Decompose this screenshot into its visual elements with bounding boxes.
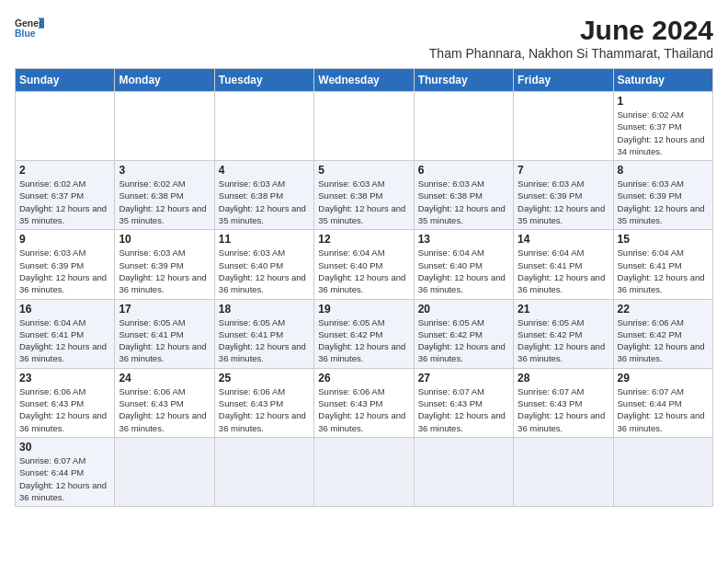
generalblue-logo-icon: General Blue bbox=[15, 15, 44, 40]
day-number: 22 bbox=[618, 303, 709, 316]
table-row: 15Sunrise: 6:04 AMSunset: 6:41 PMDayligh… bbox=[613, 230, 712, 299]
day-number: 11 bbox=[219, 233, 310, 246]
day-number: 7 bbox=[518, 164, 609, 177]
table-row: 10Sunrise: 6:03 AMSunset: 6:39 PMDayligh… bbox=[115, 230, 214, 299]
day-sun-info: Sunrise: 6:06 AMSunset: 6:43 PMDaylight:… bbox=[119, 385, 210, 434]
table-row bbox=[214, 437, 313, 506]
day-number: 8 bbox=[618, 164, 709, 177]
day-number: 18 bbox=[219, 303, 310, 316]
table-row: 24Sunrise: 6:06 AMSunset: 6:43 PMDayligh… bbox=[115, 368, 214, 437]
table-row: 28Sunrise: 6:07 AMSunset: 6:43 PMDayligh… bbox=[514, 368, 613, 437]
month-year-title: June 2024 bbox=[429, 15, 713, 46]
table-row: 27Sunrise: 6:07 AMSunset: 6:43 PMDayligh… bbox=[414, 368, 513, 437]
day-sun-info: Sunrise: 6:03 AMSunset: 6:38 PMDaylight:… bbox=[318, 178, 409, 226]
calendar-week-row: 16Sunrise: 6:04 AMSunset: 6:41 PMDayligh… bbox=[16, 299, 713, 368]
day-sun-info: Sunrise: 6:07 AMSunset: 6:43 PMDaylight:… bbox=[518, 385, 609, 434]
table-row: 5Sunrise: 6:03 AMSunset: 6:38 PMDaylight… bbox=[314, 161, 414, 230]
day-number: 17 bbox=[119, 303, 210, 316]
table-row: 17Sunrise: 6:05 AMSunset: 6:41 PMDayligh… bbox=[115, 299, 214, 368]
col-thursday: Thursday bbox=[414, 69, 513, 92]
table-row: 2Sunrise: 6:02 AMSunset: 6:37 PMDaylight… bbox=[16, 161, 115, 230]
day-number: 12 bbox=[318, 233, 409, 246]
day-sun-info: Sunrise: 6:03 AMSunset: 6:38 PMDaylight:… bbox=[418, 178, 509, 226]
calendar-header-row: Sunday Monday Tuesday Wednesday Thursday… bbox=[16, 69, 713, 92]
table-row: 16Sunrise: 6:04 AMSunset: 6:41 PMDayligh… bbox=[16, 299, 115, 368]
table-row: 9Sunrise: 6:03 AMSunset: 6:39 PMDaylight… bbox=[16, 230, 115, 299]
day-number: 9 bbox=[19, 233, 110, 246]
col-monday: Monday bbox=[115, 69, 214, 92]
day-number: 2 bbox=[19, 164, 110, 177]
table-row: 18Sunrise: 6:05 AMSunset: 6:41 PMDayligh… bbox=[214, 299, 313, 368]
table-row: 25Sunrise: 6:06 AMSunset: 6:43 PMDayligh… bbox=[214, 368, 313, 437]
title-block: June 2024 Tham Phannara, Nakhon Si Thamm… bbox=[429, 15, 713, 61]
table-row: 12Sunrise: 6:04 AMSunset: 6:40 PMDayligh… bbox=[314, 230, 414, 299]
table-row: 1Sunrise: 6:02 AMSunset: 6:37 PMDaylight… bbox=[613, 92, 712, 161]
day-number: 20 bbox=[418, 303, 509, 316]
day-sun-info: Sunrise: 6:05 AMSunset: 6:42 PMDaylight:… bbox=[318, 316, 409, 365]
day-sun-info: Sunrise: 6:05 AMSunset: 6:42 PMDaylight:… bbox=[518, 316, 609, 365]
day-sun-info: Sunrise: 6:07 AMSunset: 6:44 PMDaylight:… bbox=[19, 454, 110, 503]
calendar-week-row: 9Sunrise: 6:03 AMSunset: 6:39 PMDaylight… bbox=[16, 230, 713, 299]
day-sun-info: Sunrise: 6:03 AMSunset: 6:39 PMDaylight:… bbox=[119, 247, 210, 295]
table-row bbox=[613, 437, 712, 506]
day-number: 24 bbox=[119, 372, 210, 385]
day-number: 28 bbox=[518, 372, 609, 385]
day-sun-info: Sunrise: 6:06 AMSunset: 6:43 PMDaylight:… bbox=[219, 385, 310, 434]
table-row: 11Sunrise: 6:03 AMSunset: 6:40 PMDayligh… bbox=[214, 230, 313, 299]
day-sun-info: Sunrise: 6:06 AMSunset: 6:43 PMDaylight:… bbox=[318, 385, 409, 434]
day-number: 1 bbox=[618, 95, 709, 108]
table-row: 29Sunrise: 6:07 AMSunset: 6:44 PMDayligh… bbox=[613, 368, 712, 437]
day-number: 25 bbox=[219, 372, 310, 385]
calendar-table: Sunday Monday Tuesday Wednesday Thursday… bbox=[15, 68, 713, 507]
day-sun-info: Sunrise: 6:07 AMSunset: 6:43 PMDaylight:… bbox=[418, 385, 509, 434]
day-sun-info: Sunrise: 6:04 AMSunset: 6:41 PMDaylight:… bbox=[19, 316, 110, 365]
day-sun-info: Sunrise: 6:03 AMSunset: 6:39 PMDaylight:… bbox=[518, 178, 609, 226]
day-sun-info: Sunrise: 6:04 AMSunset: 6:40 PMDaylight:… bbox=[318, 247, 409, 295]
table-row: 20Sunrise: 6:05 AMSunset: 6:42 PMDayligh… bbox=[414, 299, 513, 368]
calendar-week-row: 30Sunrise: 6:07 AMSunset: 6:44 PMDayligh… bbox=[16, 437, 713, 506]
day-number: 14 bbox=[518, 233, 609, 246]
day-sun-info: Sunrise: 6:04 AMSunset: 6:41 PMDaylight:… bbox=[618, 247, 709, 295]
day-sun-info: Sunrise: 6:03 AMSunset: 6:39 PMDaylight:… bbox=[19, 247, 110, 295]
table-row bbox=[214, 92, 313, 161]
table-row: 21Sunrise: 6:05 AMSunset: 6:42 PMDayligh… bbox=[514, 299, 613, 368]
table-row bbox=[314, 92, 414, 161]
col-saturday: Saturday bbox=[613, 69, 712, 92]
col-wednesday: Wednesday bbox=[314, 69, 414, 92]
table-row: 30Sunrise: 6:07 AMSunset: 6:44 PMDayligh… bbox=[16, 437, 115, 506]
day-number: 23 bbox=[19, 372, 110, 385]
day-number: 16 bbox=[19, 303, 110, 316]
day-number: 30 bbox=[19, 441, 110, 454]
page-header: General Blue June 2024 Tham Phannara, Na… bbox=[15, 15, 713, 61]
table-row: 13Sunrise: 6:04 AMSunset: 6:40 PMDayligh… bbox=[414, 230, 513, 299]
day-sun-info: Sunrise: 6:04 AMSunset: 6:41 PMDaylight:… bbox=[518, 247, 609, 295]
day-sun-info: Sunrise: 6:04 AMSunset: 6:40 PMDaylight:… bbox=[418, 247, 509, 295]
table-row bbox=[16, 92, 115, 161]
day-sun-info: Sunrise: 6:02 AMSunset: 6:37 PMDaylight:… bbox=[19, 178, 110, 226]
table-row bbox=[414, 92, 513, 161]
table-row: 19Sunrise: 6:05 AMSunset: 6:42 PMDayligh… bbox=[314, 299, 414, 368]
logo: General Blue bbox=[15, 15, 44, 40]
day-number: 10 bbox=[119, 233, 210, 246]
col-tuesday: Tuesday bbox=[214, 69, 313, 92]
table-row: 3Sunrise: 6:02 AMSunset: 6:38 PMDaylight… bbox=[115, 161, 214, 230]
table-row bbox=[115, 92, 214, 161]
day-sun-info: Sunrise: 6:05 AMSunset: 6:42 PMDaylight:… bbox=[418, 316, 509, 365]
day-sun-info: Sunrise: 6:03 AMSunset: 6:39 PMDaylight:… bbox=[618, 178, 709, 226]
day-sun-info: Sunrise: 6:05 AMSunset: 6:41 PMDaylight:… bbox=[219, 316, 310, 365]
day-sun-info: Sunrise: 6:05 AMSunset: 6:41 PMDaylight:… bbox=[119, 316, 210, 365]
day-number: 27 bbox=[418, 372, 509, 385]
table-row: 26Sunrise: 6:06 AMSunset: 6:43 PMDayligh… bbox=[314, 368, 414, 437]
table-row: 14Sunrise: 6:04 AMSunset: 6:41 PMDayligh… bbox=[514, 230, 613, 299]
day-sun-info: Sunrise: 6:02 AMSunset: 6:38 PMDaylight:… bbox=[119, 178, 210, 226]
day-sun-info: Sunrise: 6:07 AMSunset: 6:44 PMDaylight:… bbox=[618, 385, 709, 434]
table-row: 22Sunrise: 6:06 AMSunset: 6:42 PMDayligh… bbox=[613, 299, 712, 368]
table-row: 7Sunrise: 6:03 AMSunset: 6:39 PMDaylight… bbox=[514, 161, 613, 230]
day-sun-info: Sunrise: 6:03 AMSunset: 6:38 PMDaylight:… bbox=[219, 178, 310, 226]
location-subtitle: Tham Phannara, Nakhon Si Thammarat, Thai… bbox=[429, 46, 713, 61]
table-row bbox=[514, 92, 613, 161]
day-number: 15 bbox=[618, 233, 709, 246]
day-number: 26 bbox=[318, 372, 409, 385]
day-number: 19 bbox=[318, 303, 409, 316]
table-row: 8Sunrise: 6:03 AMSunset: 6:39 PMDaylight… bbox=[613, 161, 712, 230]
